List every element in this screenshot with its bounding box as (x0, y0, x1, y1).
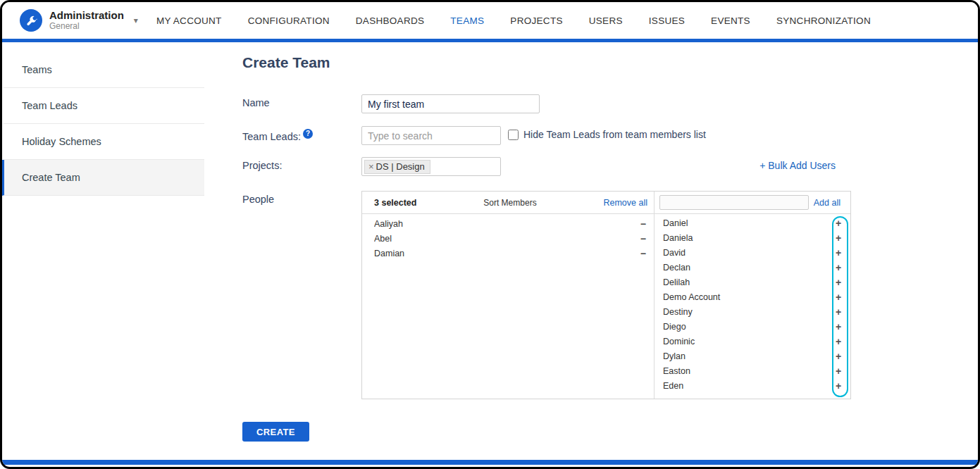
create-button[interactable]: CREATE (242, 422, 309, 442)
nav-item-label: PROJECTS (510, 15, 562, 26)
projects-label: Projects: (242, 157, 361, 171)
member-name: Damian (374, 249, 640, 258)
sidebar-item[interactable]: Team Leads (2, 88, 204, 124)
sidebar-item-label: Teams (22, 64, 52, 75)
app-window: Administration General ▾ MY ACCOUNT CONF… (0, 0, 980, 469)
main-panel: Create Team Name Team Leads:? Hide Team … (204, 42, 978, 460)
add-member-icon[interactable]: + (831, 322, 845, 332)
people-body: Aaliyah − Abel − (362, 214, 850, 399)
sidebar-item-label: Team Leads (22, 100, 77, 111)
chip-remove-icon[interactable]: × (368, 161, 374, 172)
members-search-input[interactable] (659, 195, 809, 210)
name-label: Name (242, 94, 361, 108)
available-member-row: Daniel + (655, 215, 850, 230)
available-member-row: Daniela + (655, 230, 850, 245)
sidebar-item[interactable]: Teams (2, 52, 204, 88)
people-label: People (242, 191, 361, 205)
member-name: Easton (663, 366, 831, 376)
hide-team-leads-checkbox[interactable] (508, 130, 519, 140)
available-member-row: Dominic + (655, 334, 850, 349)
member-name: Eden (663, 381, 831, 391)
team-leads-row: Team Leads:? Hide Team Leads from team m… (242, 126, 851, 146)
member-name: David (663, 248, 831, 258)
bulk-add-users-link[interactable]: + Bulk Add Users (759, 157, 851, 171)
team-name-input[interactable] (361, 94, 540, 113)
add-member-icon[interactable]: + (831, 292, 845, 302)
available-members-rows: Daniel + Daniela + (655, 215, 850, 393)
content: Teams Team Leads Holiday Schemes Create … (2, 42, 978, 460)
available-member-row: Delilah + (655, 275, 850, 289)
remove-all-link[interactable]: Remove all (603, 198, 647, 208)
add-member-icon[interactable]: + (831, 381, 845, 391)
available-member-row: Diego + (655, 319, 850, 334)
add-member-icon[interactable]: + (831, 263, 845, 273)
team-leads-search-input[interactable] (361, 126, 501, 145)
member-name: Daniela (663, 233, 831, 243)
remove-member-icon[interactable]: − (640, 219, 646, 229)
member-name: Dylan (663, 351, 831, 361)
member-name: Abel (374, 234, 640, 244)
projects-input[interactable]: × DS | Design (361, 157, 501, 176)
available-member-row: Easton + (655, 363, 850, 378)
selected-count: 3 selected (374, 198, 416, 208)
tempo-logo-icon (20, 9, 42, 32)
nav-item[interactable]: TEAMS (450, 15, 484, 26)
people-header: 3 selected Sort Members Remove all Add a… (362, 192, 850, 214)
available-member-row: Declan + (655, 260, 850, 275)
add-member-icon[interactable]: + (831, 277, 845, 287)
footer-accent-bar (2, 460, 978, 465)
available-member-row: Demo Account + (655, 289, 850, 304)
nav-item[interactable]: PROJECTS (510, 15, 562, 26)
nav-item[interactable]: SYNCHRONIZATION (776, 15, 871, 26)
available-member-row: David + (655, 245, 850, 260)
sidebar-item-label: Holiday Schemes (22, 136, 101, 147)
add-member-icon[interactable]: + (831, 337, 845, 346)
brand-text: Administration General (49, 10, 124, 32)
nav-item-label: TEAMS (450, 15, 484, 26)
nav-item-label: CONFIGURATION (248, 15, 330, 26)
sidebar-item[interactable]: Holiday Schemes (2, 124, 204, 160)
available-members-list: Daniel + Daniela + (655, 214, 850, 399)
hide-team-leads-option: Hide Team Leads from team members list (508, 126, 706, 140)
top-bar: Administration General ▾ MY ACCOUNT CONF… (2, 2, 978, 39)
nav-item[interactable]: CONFIGURATION (248, 15, 330, 26)
sidebar-item[interactable]: Create Team (2, 160, 204, 196)
selected-members-list: Aaliyah − Abel − (362, 214, 655, 399)
add-member-icon[interactable]: + (831, 233, 845, 243)
member-name: Daniel (663, 218, 831, 228)
nav-item[interactable]: ISSUES (649, 15, 685, 26)
sidebar: Teams Team Leads Holiday Schemes Create … (2, 42, 204, 460)
help-icon[interactable]: ? (303, 129, 313, 139)
member-name: Declan (663, 263, 831, 273)
member-name: Diego (663, 322, 831, 332)
add-all-link[interactable]: Add all (814, 198, 841, 208)
add-member-icon[interactable]: + (831, 307, 845, 317)
nav-item-label: USERS (589, 15, 623, 26)
projects-row: Projects: × DS | Design + Bulk Add Users (242, 157, 851, 177)
sidebar-item-label: Create Team (22, 172, 80, 183)
caret-down-icon[interactable]: ▾ (134, 15, 138, 25)
member-name: Dominic (663, 337, 831, 346)
selected-member-row: Damian − (362, 246, 654, 261)
remove-member-icon[interactable]: − (640, 234, 646, 244)
nav-item[interactable]: EVENTS (711, 15, 750, 26)
member-name: Aaliyah (374, 219, 640, 229)
nav-item[interactable]: DASHBOARDS (356, 15, 425, 26)
brand[interactable]: Administration General ▾ (2, 9, 138, 32)
add-member-icon[interactable]: + (831, 366, 845, 376)
add-member-icon[interactable]: + (831, 218, 845, 228)
sort-members-label[interactable]: Sort Members (416, 198, 603, 208)
nav-item-label: MY ACCOUNT (156, 15, 222, 26)
people-dual-list: 3 selected Sort Members Remove all Add a… (361, 191, 851, 399)
nav-item[interactable]: MY ACCOUNT (156, 15, 222, 26)
nav-item-label: EVENTS (711, 15, 750, 26)
nav-item-label: SYNCHRONIZATION (776, 15, 871, 26)
remove-member-icon[interactable]: − (640, 249, 646, 258)
nav-item[interactable]: USERS (589, 15, 623, 26)
add-member-icon[interactable]: + (831, 351, 845, 361)
add-member-icon[interactable]: + (831, 248, 845, 258)
available-member-row: Eden + (655, 378, 850, 393)
create-team-form: Name Team Leads:? Hide Team Leads from t… (242, 94, 851, 442)
app-subtitle: General (49, 22, 124, 31)
hide-team-leads-label: Hide Team Leads from team members list (523, 129, 706, 140)
